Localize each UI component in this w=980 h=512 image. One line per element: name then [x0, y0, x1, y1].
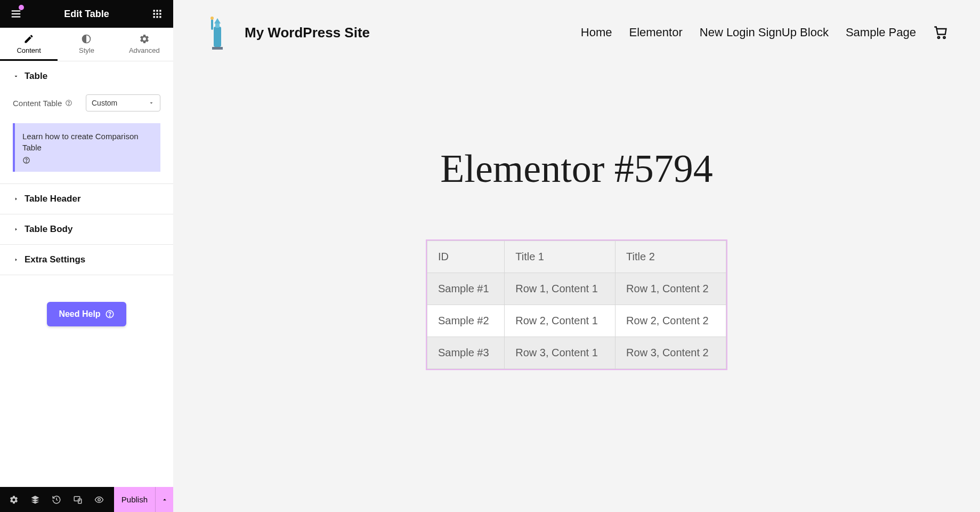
nav-link[interactable]: Sample Page [846, 26, 916, 39]
editor-footer: Publish [0, 487, 173, 512]
section-extra-settings-label: Extra Settings [25, 254, 85, 265]
svg-point-20 [98, 498, 101, 501]
table-cell: Row 2, Content 2 [615, 305, 726, 337]
gear-icon [9, 495, 19, 505]
contrast-icon [81, 34, 92, 44]
table-cell: Row 1, Content 2 [615, 273, 726, 305]
content-table-label-text: Content Table [13, 99, 62, 108]
layers-icon [30, 495, 40, 505]
section-table-label: Table [25, 71, 47, 82]
svg-rect-9 [153, 16, 155, 18]
site-logo[interactable] [205, 15, 230, 50]
table-row: Sample #2 Row 2, Content 1 Row 2, Conten… [427, 305, 726, 337]
help-icon[interactable] [65, 99, 72, 107]
site-brand: My WordPress Site [205, 15, 370, 50]
editor-tabs: Content Style Advanced [0, 28, 173, 61]
svg-rect-3 [153, 10, 155, 12]
statue-icon [205, 15, 230, 50]
content-table-field: Content Table Custom [13, 94, 160, 111]
content-table-select[interactable]: Custom [86, 94, 160, 111]
table-cell: Row 1, Content 1 [505, 273, 615, 305]
need-help-button[interactable]: Need Help [47, 302, 126, 326]
section-table-header[interactable]: Table Header [0, 184, 173, 214]
preview-button[interactable] [88, 487, 110, 512]
svg-point-15 [26, 162, 27, 162]
nav-link[interactable]: Home [581, 26, 612, 39]
section-extra-settings[interactable]: Extra Settings [0, 245, 173, 275]
section-table-body[interactable]: Table Body [0, 214, 173, 245]
panel-body: Table Content Table Custom Learn how to … [0, 61, 173, 512]
publish-button[interactable]: Publish [114, 495, 155, 504]
content-table-select-value: Custom [92, 99, 117, 107]
caret-down-icon [13, 73, 19, 79]
table-cell: Sample #3 [427, 337, 505, 369]
notification-dot [19, 5, 24, 10]
menu-button[interactable] [7, 5, 25, 22]
responsive-icon [73, 495, 83, 505]
eye-icon [94, 495, 104, 505]
table-cell: Sample #2 [427, 305, 505, 337]
site-header: My WordPress Site Home Elementor New Log… [173, 0, 980, 55]
editor-header: Edit Table [0, 0, 173, 28]
tab-style[interactable]: Style [58, 28, 115, 61]
svg-point-13 [69, 104, 69, 105]
caret-right-icon [13, 196, 19, 202]
svg-rect-7 [156, 13, 158, 14]
settings-button[interactable] [3, 487, 25, 512]
preview-canvas: My WordPress Site Home Elementor New Log… [173, 0, 980, 512]
info-text: Learn how to create Comparison Table [22, 131, 153, 153]
chevron-down-icon [148, 100, 155, 106]
history-icon [52, 495, 61, 505]
content-table-label: Content Table [13, 99, 72, 108]
nav-link[interactable]: New Login SignUp Block [700, 26, 829, 39]
caret-right-icon [13, 257, 19, 263]
section-table-body-label: Table Body [25, 224, 72, 235]
table-cell: Sample #1 [427, 273, 505, 305]
tab-content[interactable]: Content [0, 28, 58, 61]
table-cell: Row 3, Content 1 [505, 337, 615, 369]
svg-point-27 [943, 37, 945, 39]
history-button[interactable] [46, 487, 67, 512]
responsive-button[interactable] [67, 487, 88, 512]
section-table-header-label: Table Header [25, 194, 81, 204]
svg-rect-5 [159, 10, 161, 12]
table-header-cell: Title 1 [505, 241, 615, 273]
grid-icon [152, 9, 163, 19]
svg-point-17 [109, 316, 110, 316]
site-nav: Home Elementor New Login SignUp Block Sa… [581, 25, 948, 40]
site-name[interactable]: My WordPress Site [245, 25, 370, 41]
table-header-cell: Title 2 [615, 241, 726, 273]
nav-link[interactable]: Elementor [629, 26, 682, 39]
publish-button-group: Publish [114, 487, 173, 512]
navigator-button[interactable] [25, 487, 46, 512]
cart-icon [933, 25, 948, 40]
svg-rect-6 [153, 13, 155, 14]
table: ID Title 1 Title 2 Sample #1 Row 1, Cont… [427, 241, 726, 369]
help-icon [105, 309, 115, 319]
info-comparison-table[interactable]: Learn how to create Comparison Table [13, 123, 160, 172]
svg-rect-8 [159, 13, 161, 14]
section-table-content: Content Table Custom Learn how to create… [0, 91, 173, 184]
section-table[interactable]: Table [0, 61, 173, 91]
tab-advanced[interactable]: Advanced [116, 28, 173, 61]
svg-rect-22 [214, 27, 221, 47]
svg-rect-21 [212, 47, 223, 50]
publish-options-button[interactable] [155, 487, 173, 512]
table-widget[interactable]: ID Title 1 Title 2 Sample #1 Row 1, Cont… [426, 239, 727, 370]
widgets-panel-button[interactable] [149, 5, 166, 22]
tab-style-label: Style [79, 46, 94, 54]
svg-rect-10 [156, 16, 158, 18]
table-header-row: ID Title 1 Title 2 [427, 241, 726, 273]
pencil-icon [23, 34, 34, 44]
svg-point-25 [210, 17, 214, 20]
table-row: Sample #1 Row 1, Content 1 Row 1, Conten… [427, 273, 726, 305]
cart-button[interactable] [933, 25, 948, 40]
table-header-cell: ID [427, 241, 505, 273]
caret-right-icon [13, 226, 19, 233]
svg-point-26 [938, 37, 940, 39]
page-title: Elementor #5794 [173, 146, 980, 191]
editor-sidebar: Edit Table Content Style Advanced Table … [0, 0, 173, 512]
need-help-label: Need Help [59, 309, 100, 319]
editor-title: Edit Table [64, 9, 109, 20]
table-row: Sample #3 Row 3, Content 1 Row 3, Conten… [427, 337, 726, 369]
